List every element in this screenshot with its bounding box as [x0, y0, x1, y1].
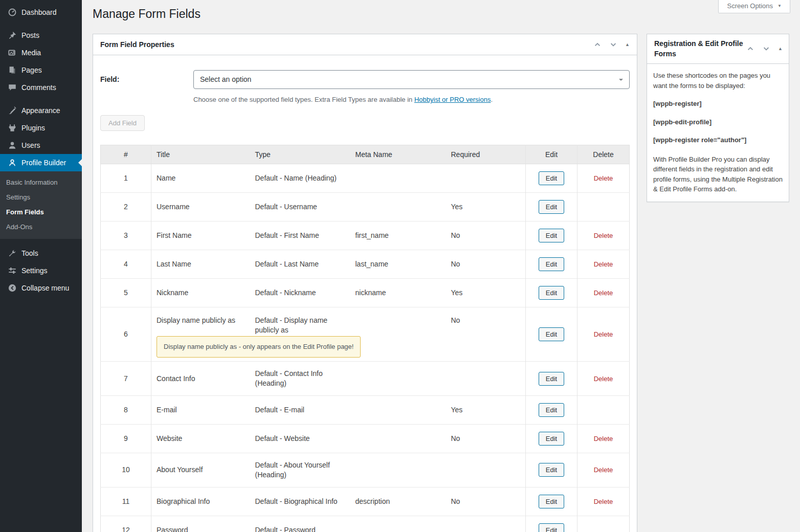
- delete-link[interactable]: Delete: [594, 435, 613, 442]
- field-type-cell: Default - Nickname: [250, 279, 350, 307]
- page-title: Manage Form Fields: [93, 0, 789, 22]
- column-header-required: Required: [446, 145, 526, 164]
- comments-icon: [7, 82, 17, 93]
- edit-button[interactable]: Edit: [539, 372, 564, 386]
- sidebar-item-label: Tools: [21, 249, 38, 257]
- field-delete-cell: Delete: [577, 279, 630, 307]
- field-meta-name-cell: [350, 424, 446, 453]
- field-required-cell: [446, 164, 526, 193]
- sidebar-item-label: Appearance: [21, 106, 60, 115]
- delete-link[interactable]: Delete: [594, 260, 613, 268]
- edit-button[interactable]: Edit: [539, 229, 564, 242]
- field-title: Nickname: [157, 289, 188, 297]
- sidebar-item-basic-information[interactable]: Basic Information: [0, 175, 82, 190]
- row-number: 1: [101, 164, 151, 193]
- hobbyist-pro-link[interactable]: Hobbyist or PRO versions: [414, 96, 491, 103]
- menu-separator: [0, 96, 82, 102]
- sidebar-item-dashboard[interactable]: Dashboard: [0, 4, 82, 21]
- screen-options-button[interactable]: Screen Options ▼: [718, 0, 790, 13]
- add-field-button[interactable]: Add Field: [100, 115, 145, 131]
- sidebar-item-appearance[interactable]: Appearance: [0, 102, 82, 119]
- field-edit-cell: Edit: [526, 395, 577, 424]
- delete-link[interactable]: Delete: [594, 375, 613, 383]
- admin-sidebar: Dashboard Posts Media Pages Comments: [0, 0, 82, 532]
- field-type-select[interactable]: Select an option: [193, 70, 630, 89]
- field-meta-name-cell: [350, 516, 446, 532]
- field-required-cell: Yes: [446, 193, 526, 221]
- sidebar-item-plugins[interactable]: Plugins: [0, 119, 82, 137]
- move-down-icon[interactable]: [762, 45, 770, 53]
- sidebar-item-users[interactable]: Users: [0, 137, 82, 154]
- move-up-icon[interactable]: [593, 40, 602, 49]
- field-title: Name: [157, 174, 175, 182]
- delete-link[interactable]: Delete: [594, 498, 613, 505]
- form-field-properties-body: Field: Select an option Choose one of th…: [93, 55, 637, 532]
- field-type-cell: Default - Contact Info (Heading): [250, 362, 350, 396]
- field-edit-cell: Edit: [526, 221, 577, 250]
- field-type-select-value: Select an option: [200, 75, 251, 83]
- field-required-cell: Yes: [446, 395, 526, 424]
- field-required-cell: Yes: [446, 279, 526, 307]
- delete-link[interactable]: Delete: [594, 330, 613, 338]
- field-meta-name-cell: [350, 395, 446, 424]
- field-title-cell: Contact Info: [151, 362, 250, 396]
- field-title-cell: Password: [151, 516, 250, 532]
- edit-button[interactable]: Edit: [539, 432, 564, 446]
- toggle-panel-icon[interactable]: ▲: [625, 42, 630, 47]
- content-area: Screen Options ▼ Manage Form Fields Form…: [82, 0, 800, 532]
- field-edit-cell: Edit: [526, 453, 577, 487]
- field-meta-name-cell: nickname: [350, 279, 446, 307]
- box-handle-actions: ▲: [593, 40, 630, 49]
- field-title-cell: Nickname: [151, 279, 250, 307]
- field-type-cell: Default - E-mail: [250, 395, 350, 424]
- delete-link[interactable]: Delete: [594, 466, 613, 474]
- edit-button[interactable]: Edit: [539, 403, 564, 417]
- column-header-title: Title: [151, 145, 250, 164]
- sidebar-item-add-ons[interactable]: Add-Ons: [0, 219, 82, 234]
- sidebar-item-profile-builder[interactable]: Profile Builder: [0, 154, 82, 171]
- plugins-icon: [7, 123, 17, 133]
- toggle-panel-icon[interactable]: ▲: [778, 47, 783, 51]
- delete-link[interactable]: Delete: [594, 289, 613, 297]
- move-down-icon[interactable]: [609, 40, 617, 49]
- row-number: 3: [101, 221, 151, 250]
- table-row: 11 Biographical Info Default - Biographi…: [101, 487, 630, 516]
- table-row: 12 Password Default - Password Edit: [101, 516, 630, 532]
- sidebar-item-pb-settings[interactable]: Settings: [0, 190, 82, 205]
- sidebar-item-media[interactable]: Media: [0, 44, 82, 61]
- move-up-icon[interactable]: [746, 45, 754, 53]
- delete-link[interactable]: Delete: [594, 232, 613, 239]
- row-number: 5: [101, 279, 151, 307]
- edit-button[interactable]: Edit: [539, 463, 564, 477]
- column-header-num: #: [101, 145, 151, 164]
- edit-button[interactable]: Edit: [539, 523, 564, 532]
- sidebar-item-form-fields[interactable]: Form Fields: [0, 205, 82, 219]
- delete-link[interactable]: Delete: [594, 174, 613, 182]
- sidebar-item-label: Comments: [21, 83, 56, 92]
- row-number: 4: [101, 250, 151, 279]
- field-title: About Yourself: [157, 465, 203, 474]
- field-label: Field:: [100, 70, 193, 103]
- sidebar-item-comments[interactable]: Comments: [0, 79, 82, 96]
- sidebar-item-pages[interactable]: Pages: [0, 61, 82, 79]
- sidebar-item-label: Dashboard: [21, 8, 57, 16]
- edit-button[interactable]: Edit: [539, 200, 564, 214]
- field-type-cell: Default - Username: [250, 193, 350, 221]
- field-title: Last Name: [157, 260, 191, 268]
- edit-button[interactable]: Edit: [539, 257, 564, 271]
- edit-button[interactable]: Edit: [539, 286, 564, 300]
- column-header-delete: Delete: [577, 145, 630, 164]
- sidebar-item-tools[interactable]: Tools: [0, 245, 82, 262]
- field-title-cell: Last Name: [151, 250, 250, 279]
- field-delete-cell: [577, 516, 630, 532]
- table-row: 6 Display name publicly as Display name …: [101, 307, 630, 362]
- pushpin-icon: [7, 30, 17, 40]
- sidebar-item-settings[interactable]: Settings: [0, 262, 82, 279]
- edit-button[interactable]: Edit: [539, 171, 564, 185]
- field-delete-cell: Delete: [577, 164, 630, 193]
- edit-button[interactable]: Edit: [539, 495, 564, 508]
- menu-separator: [0, 21, 82, 27]
- sidebar-item-collapse-menu[interactable]: Collapse menu: [0, 279, 82, 297]
- edit-button[interactable]: Edit: [539, 327, 564, 341]
- sidebar-item-posts[interactable]: Posts: [0, 27, 82, 44]
